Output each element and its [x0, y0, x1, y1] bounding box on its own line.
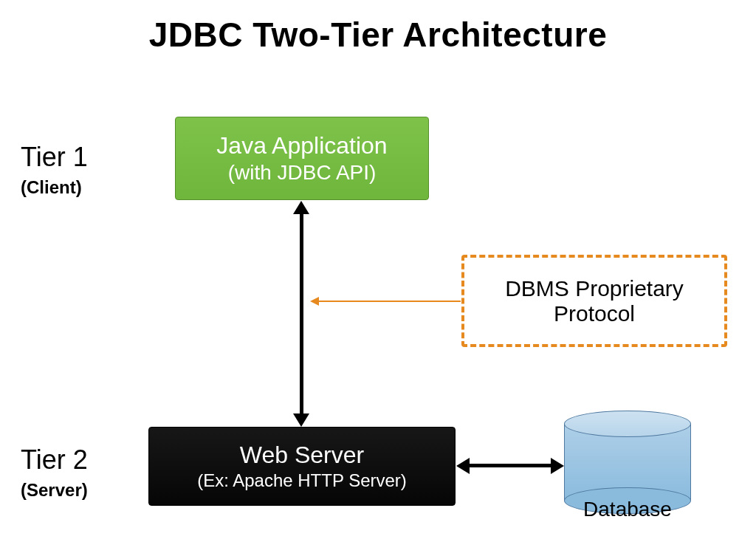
arrow-dbms-annotation-icon — [317, 301, 461, 302]
dbms-protocol-box: DBMS Proprietary Protocol — [461, 255, 727, 347]
dbms-protocol-line1: DBMS Proprietary — [505, 276, 684, 301]
arrow-right-head-icon — [551, 458, 564, 474]
arrow-up-head-icon — [293, 201, 309, 214]
web-server-sublabel: (Ex: Apache HTTP Server) — [197, 470, 407, 491]
web-server-label: Web Server — [240, 442, 364, 469]
arrow-java-web-icon — [300, 213, 303, 414]
arrow-left-head-icon — [456, 458, 470, 474]
database-label: Database — [564, 498, 691, 521]
arrow-down-head-icon — [293, 413, 309, 427]
diagram-canvas: JDBC Two-Tier Architecture Tier 1 (Clien… — [0, 0, 756, 556]
arrow-dbms-annotation-head-icon — [310, 297, 319, 306]
diagram-title: JDBC Two-Tier Architecture — [0, 15, 756, 55]
web-server-box: Web Server (Ex: Apache HTTP Server) — [148, 427, 456, 506]
java-application-box: Java Application (with JDBC API) — [175, 117, 429, 200]
java-application-label: Java Application — [216, 132, 387, 159]
dbms-protocol-line2: Protocol — [554, 301, 635, 326]
tier1-sublabel: (Client) — [21, 177, 82, 198]
tier2-label: Tier 2 — [21, 445, 88, 476]
arrow-web-db-icon — [469, 464, 551, 467]
tier2-sublabel: (Server) — [21, 480, 88, 501]
database-cylinder-icon: Database — [564, 411, 691, 514]
tier1-label: Tier 1 — [21, 142, 88, 173]
java-application-sublabel: (with JDBC API) — [228, 161, 377, 185]
